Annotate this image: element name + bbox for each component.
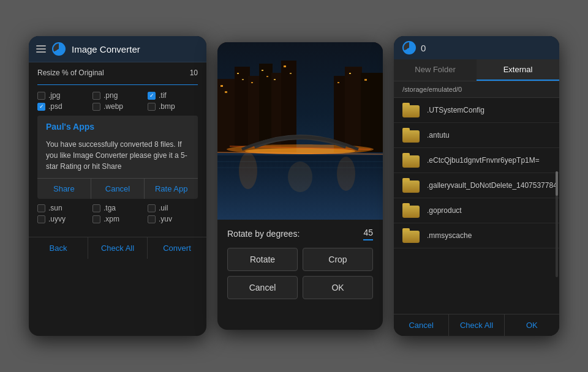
check-all-button[interactable]: Check All [88, 237, 148, 259]
cancel-ok-row: Cancel OK [227, 276, 373, 299]
format-jpg[interactable]: .jpg [37, 91, 88, 100]
format-grid-1: .jpg .png .tif .psd .webp [37, 91, 198, 111]
app-logo-icon-3 [402, 41, 416, 54]
crop-button[interactable]: Crop [303, 248, 373, 271]
format-psd[interactable]: .psd [37, 102, 88, 111]
format-webp[interactable]: .webp [92, 102, 143, 111]
cancel-footer-button[interactable]: Cancel [394, 314, 449, 336]
cancel-button[interactable]: Cancel [227, 276, 298, 299]
format-tga-label: .tga [104, 204, 116, 212]
format-psd-label: .psd [48, 102, 62, 111]
file-list-container: .UTSystemConfig .antutu .eCtcQjbu1dgnvtF… [394, 98, 559, 314]
format-bmp[interactable]: .bmp [148, 102, 198, 111]
city-image-svg [217, 42, 383, 220]
format-tif[interactable]: .tif [148, 91, 198, 100]
list-item[interactable]: .galleryvault_DoNotDelete_1407537784 [394, 173, 559, 198]
hamburger-icon[interactable] [36, 45, 46, 53]
resize-divider [37, 84, 198, 85]
list-item[interactable]: .goproduct [394, 198, 559, 223]
svg-rect-17 [266, 76, 268, 77]
resize-row: Resize % of Original 10 [37, 69, 198, 77]
format-uil[interactable]: .uil [148, 204, 198, 212]
phone1-header: Image Converter [29, 36, 206, 62]
svg-rect-10 [361, 73, 383, 152]
format-png-label: .png [104, 91, 118, 100]
tab-new-folder[interactable]: New Folder [394, 59, 477, 81]
checkbox-jpg[interactable] [37, 92, 45, 100]
svg-rect-9 [345, 67, 362, 152]
checkbox-tif[interactable] [148, 92, 156, 100]
folder-name: .mmsyscache [427, 231, 472, 240]
phone2-controls: Rotate by degrees: 45 Rotate Crop Cancel… [217, 220, 383, 311]
cancel-dialog-button[interactable]: Cancel [91, 179, 145, 199]
app-logo-icon [52, 42, 66, 56]
selection-counter: 0 [421, 43, 426, 53]
checkbox-bmp[interactable] [148, 103, 156, 111]
dialog-buttons: Share Cancel Rate App [37, 178, 198, 199]
folder-name: .galleryvault_DoNotDelete_1407537784 [427, 181, 557, 190]
list-item[interactable]: .mmsyscache [394, 223, 559, 248]
rate-app-button[interactable]: Rate App [145, 179, 198, 199]
list-item[interactable]: .eCtcQjbu1dgnvtFnvnr6yepTp1M= [394, 148, 559, 173]
svg-rect-18 [274, 79, 276, 80]
scrollbar-track [556, 171, 558, 277]
folder-icon [402, 153, 420, 168]
phone-rotate-crop: Rotate by degrees: 45 Rotate Crop Cancel… [217, 42, 383, 330]
ok-footer-button[interactable]: OK [505, 314, 559, 336]
scrollbar-thumb[interactable] [556, 171, 558, 196]
share-button[interactable]: Share [37, 179, 91, 199]
checkbox-png[interactable] [92, 92, 100, 100]
format-grid-2: .sun .tga .uil .uyvy .xpm [37, 204, 198, 223]
checkbox-sun[interactable] [37, 204, 45, 212]
ok-button[interactable]: OK [303, 276, 373, 299]
rotate-value[interactable]: 45 [363, 228, 373, 237]
format-xpm[interactable]: .xpm [92, 215, 143, 223]
svg-rect-19 [284, 65, 286, 67]
checkbox-yuv[interactable] [148, 215, 156, 223]
format-yuv[interactable]: .yuv [148, 215, 198, 223]
rotate-button[interactable]: Rotate [227, 248, 298, 271]
format-tga[interactable]: .tga [92, 204, 143, 212]
folder-name: .eCtcQjbu1dgnvtFnvnr6yepTp1M= [427, 156, 540, 165]
folder-name: .antutu [427, 131, 450, 140]
list-item[interactable]: .UTSystemConfig [394, 98, 559, 123]
folder-icon [402, 128, 420, 143]
format-uyvy[interactable]: .uyvy [37, 215, 88, 223]
list-item[interactable]: .antutu [394, 123, 559, 148]
check-all-footer-button[interactable]: Check All [449, 314, 504, 336]
checkbox-uyvy[interactable] [37, 215, 45, 223]
back-button[interactable]: Back [29, 237, 88, 259]
folder-name: .goproduct [427, 206, 462, 215]
folder-icon [402, 103, 420, 117]
checkbox-tga[interactable] [92, 204, 100, 212]
svg-point-32 [288, 162, 312, 192]
svg-rect-12 [225, 91, 227, 93]
svg-rect-15 [251, 82, 253, 83]
svg-rect-22 [349, 73, 351, 74]
checkbox-psd[interactable] [37, 103, 45, 111]
format-png[interactable]: .png [92, 91, 143, 100]
svg-rect-21 [337, 82, 339, 83]
format-xpm-label: .xpm [104, 215, 119, 223]
folder-name: .UTSystemConfig [427, 106, 484, 114]
phone1-body: Resize % of Original 10 .jpg .png .tif [29, 62, 206, 234]
convert-button[interactable]: Convert [148, 237, 206, 259]
checkbox-xpm[interactable] [92, 215, 100, 223]
format-bmp-label: .bmp [159, 102, 175, 111]
format-tif-label: .tif [159, 91, 167, 100]
rating-dialog: Paul's Apps You have successfully conver… [37, 116, 198, 199]
rotate-input-wrap[interactable]: 45 [363, 227, 373, 240]
rotate-crop-row: Rotate Crop [227, 248, 373, 271]
phone1-footer: Back Check All Convert [29, 237, 206, 259]
phone3-header: 0 [394, 36, 559, 59]
svg-point-31 [239, 152, 257, 189]
tab-external[interactable]: External [477, 59, 559, 81]
svg-point-33 [337, 157, 355, 191]
resize-label: Resize % of Original [37, 69, 104, 77]
format-sun[interactable]: .sun [37, 204, 88, 212]
checkbox-webp[interactable] [92, 103, 100, 111]
image-preview [217, 42, 383, 220]
phone3-footer: Cancel Check All OK [394, 314, 559, 336]
checkbox-uil[interactable] [148, 204, 156, 212]
phone3-tabs: New Folder External [394, 59, 559, 81]
